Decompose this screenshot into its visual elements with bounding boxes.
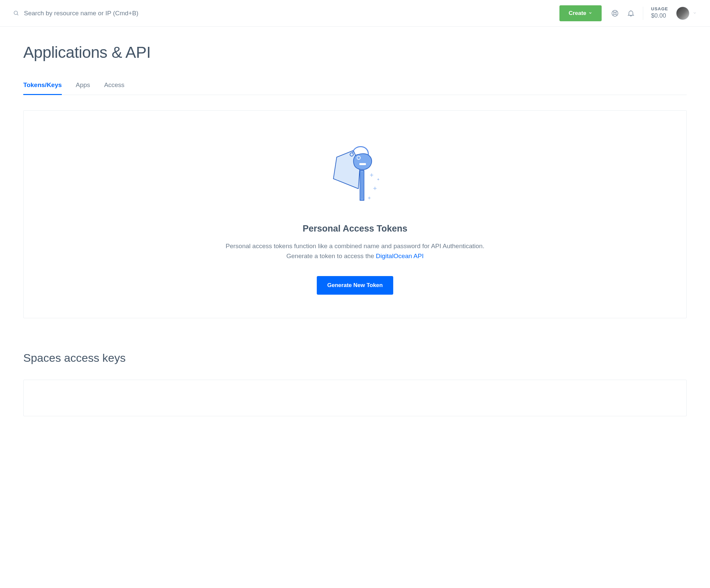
usage-block[interactable]: USAGE $0.00 bbox=[651, 6, 668, 20]
tab-access[interactable]: Access bbox=[104, 81, 124, 95]
tabs: Tokens/Keys Apps Access bbox=[23, 81, 687, 95]
svg-point-3 bbox=[614, 12, 616, 14]
main-content: Applications & API Tokens/Keys Apps Acce… bbox=[0, 27, 710, 433]
avatar[interactable] bbox=[676, 7, 689, 20]
api-docs-link[interactable]: DigitalOcean API bbox=[376, 252, 424, 260]
svg-line-5 bbox=[616, 11, 617, 12]
usage-label: USAGE bbox=[651, 6, 668, 12]
app-header: Create USAGE $0 bbox=[0, 0, 710, 27]
create-button-label: Create bbox=[569, 10, 586, 17]
svg-point-0 bbox=[14, 11, 18, 15]
spaces-panel bbox=[23, 380, 687, 416]
tokens-panel: Personal Access Tokens Personal access t… bbox=[23, 110, 687, 318]
panel-heading: Personal Access Tokens bbox=[37, 224, 673, 234]
create-button[interactable]: Create bbox=[560, 5, 601, 21]
svg-rect-11 bbox=[359, 163, 366, 165]
svg-line-6 bbox=[613, 14, 614, 15]
search-icon bbox=[13, 10, 19, 16]
spaces-section-title: Spaces access keys bbox=[23, 351, 687, 364]
chevron-down-icon bbox=[588, 10, 592, 17]
search-wrap bbox=[13, 10, 560, 17]
header-divider bbox=[643, 7, 643, 20]
usage-amount: $0.00 bbox=[651, 12, 668, 20]
tab-tokens-keys[interactable]: Tokens/Keys bbox=[23, 81, 62, 95]
bell-icon[interactable] bbox=[627, 9, 635, 17]
svg-line-1 bbox=[17, 14, 18, 15]
search-input[interactable] bbox=[24, 10, 560, 17]
support-icon[interactable] bbox=[611, 9, 619, 17]
svg-line-4 bbox=[613, 11, 614, 12]
header-icons bbox=[611, 9, 635, 17]
generate-token-button[interactable]: Generate New Token bbox=[317, 276, 394, 295]
page-title: Applications & API bbox=[23, 43, 687, 62]
tab-apps[interactable]: Apps bbox=[76, 81, 90, 95]
key-illustration bbox=[37, 141, 673, 207]
chevron-down-icon[interactable] bbox=[693, 10, 697, 16]
panel-description: Personal access tokens function like a c… bbox=[222, 241, 488, 262]
panel-description-text: Personal access tokens function like a c… bbox=[226, 243, 484, 260]
svg-line-7 bbox=[616, 14, 617, 15]
